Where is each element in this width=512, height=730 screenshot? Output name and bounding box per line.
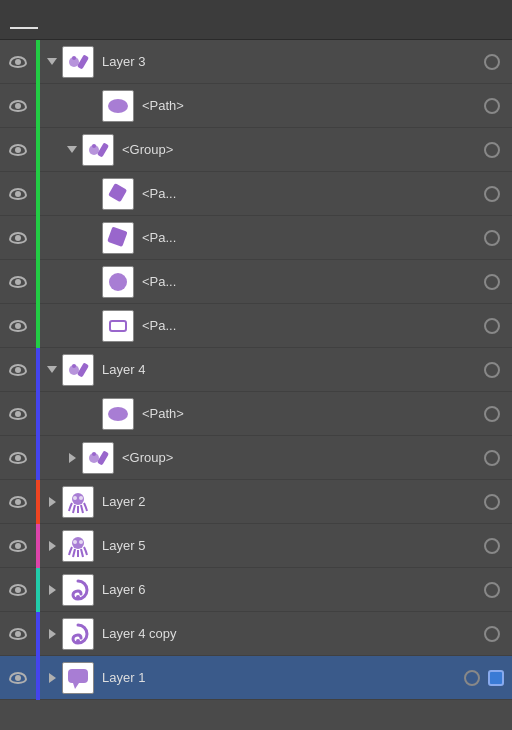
layer-target-circle[interactable] xyxy=(480,494,504,510)
layer-color-bar xyxy=(36,436,40,480)
chevron-icon[interactable] xyxy=(42,366,62,373)
layer-row[interactable]: <Path> xyxy=(0,84,512,128)
layer-row[interactable]: Layer 5 xyxy=(0,524,512,568)
svg-point-25 xyxy=(76,639,80,643)
layer-thumbnail xyxy=(102,178,134,210)
eye-visibility-icon[interactable] xyxy=(0,232,36,244)
tab-asset-export[interactable] xyxy=(38,11,66,29)
layer-selected-indicator xyxy=(488,670,504,686)
eye-visibility-icon[interactable] xyxy=(0,408,36,420)
circle-empty-icon xyxy=(484,274,500,290)
eye-visibility-icon[interactable] xyxy=(0,672,36,684)
layer-row[interactable]: Layer 4 copy xyxy=(0,612,512,656)
layer-row[interactable]: Layer 2 xyxy=(0,480,512,524)
layer-color-bar xyxy=(36,172,40,216)
layer-row[interactable]: Layer 6 xyxy=(0,568,512,612)
eye-visibility-icon[interactable] xyxy=(0,276,36,288)
layer-row[interactable]: Layer 1 xyxy=(0,656,512,700)
layer-target-circle[interactable] xyxy=(480,538,504,554)
layer-thumbnail xyxy=(82,134,114,166)
layer-row[interactable]: Layer 3 xyxy=(0,40,512,84)
layer-color-bar xyxy=(36,612,40,656)
circle-empty-icon xyxy=(484,54,500,70)
eye-visibility-icon[interactable] xyxy=(0,320,36,332)
circle-empty-icon xyxy=(484,362,500,378)
layer-color-bar xyxy=(36,568,40,612)
layer-target-circle[interactable] xyxy=(480,450,504,466)
layer-target-circle[interactable] xyxy=(480,626,504,642)
chevron-icon[interactable] xyxy=(42,58,62,65)
layer-row[interactable]: <Pa... xyxy=(0,260,512,304)
app-container: Layer 3 <Path> <Group> <Pa... <Pa... <Pa… xyxy=(0,0,512,730)
eye-visibility-icon[interactable] xyxy=(0,56,36,68)
layer-color-bar xyxy=(36,40,40,84)
chevron-icon[interactable] xyxy=(42,673,62,683)
svg-point-13 xyxy=(72,364,76,368)
chevron-icon[interactable] xyxy=(42,585,62,595)
svg-point-22 xyxy=(73,540,77,544)
eye-visibility-icon[interactable] xyxy=(0,144,36,156)
layer-row[interactable]: <Group> xyxy=(0,128,512,172)
layer-target-circle[interactable] xyxy=(480,318,504,334)
layer-name-label: <Path> xyxy=(142,406,480,421)
tab-layers[interactable] xyxy=(10,11,38,29)
circle-empty-icon xyxy=(484,186,500,202)
layer-color-bar xyxy=(36,392,40,436)
svg-point-24 xyxy=(76,595,80,599)
svg-point-9 xyxy=(109,273,127,291)
chevron-icon[interactable] xyxy=(62,146,82,153)
svg-rect-7 xyxy=(108,183,127,202)
layer-target-circle[interactable] xyxy=(480,274,504,290)
layer-target-circle[interactable] xyxy=(460,670,484,686)
eye-visibility-icon[interactable] xyxy=(0,540,36,552)
eye-visibility-icon[interactable] xyxy=(0,100,36,112)
circle-empty-icon xyxy=(484,538,500,554)
layer-target-circle[interactable] xyxy=(480,406,504,422)
chevron-icon[interactable] xyxy=(42,629,62,639)
layer-target-circle[interactable] xyxy=(480,362,504,378)
svg-marker-27 xyxy=(73,683,79,689)
circle-empty-icon xyxy=(484,406,500,422)
layer-name-label: <Group> xyxy=(122,142,480,157)
layer-target-circle[interactable] xyxy=(480,186,504,202)
layer-name-label: Layer 1 xyxy=(102,670,460,685)
layer-row[interactable]: Layer 4 xyxy=(0,348,512,392)
layer-color-bar xyxy=(36,216,40,260)
layer-target-circle[interactable] xyxy=(480,54,504,70)
layer-row[interactable]: <Pa... xyxy=(0,216,512,260)
layer-color-bar xyxy=(36,348,40,392)
layer-name-label: <Pa... xyxy=(142,186,480,201)
layer-thumbnail xyxy=(82,442,114,474)
layer-target-circle[interactable] xyxy=(480,142,504,158)
layer-thumbnail xyxy=(62,618,94,650)
eye-visibility-icon[interactable] xyxy=(0,584,36,596)
svg-point-20 xyxy=(79,496,83,500)
eye-visibility-icon[interactable] xyxy=(0,188,36,200)
chevron-icon[interactable] xyxy=(62,453,82,463)
layer-name-label: Layer 3 xyxy=(102,54,480,69)
circle-empty-icon xyxy=(484,98,500,114)
svg-rect-26 xyxy=(68,669,88,683)
layer-row[interactable]: <Group> xyxy=(0,436,512,480)
eye-visibility-icon[interactable] xyxy=(0,496,36,508)
layer-color-bar xyxy=(36,656,40,700)
layer-target-circle[interactable] xyxy=(480,98,504,114)
eye-visibility-icon[interactable] xyxy=(0,628,36,640)
layer-row[interactable]: <Pa... xyxy=(0,304,512,348)
panel-header xyxy=(0,0,512,40)
layer-target-circle[interactable] xyxy=(480,230,504,246)
layer-row[interactable]: <Pa... xyxy=(0,172,512,216)
svg-point-2 xyxy=(72,56,76,60)
layer-row[interactable]: <Path> xyxy=(0,392,512,436)
chevron-icon[interactable] xyxy=(42,497,62,507)
layer-color-bar xyxy=(36,304,40,348)
layer-name-label: <Pa... xyxy=(142,230,480,245)
layer-target-circle[interactable] xyxy=(480,582,504,598)
chevron-icon[interactable] xyxy=(42,541,62,551)
layer-color-bar xyxy=(36,84,40,128)
svg-rect-10 xyxy=(110,321,126,331)
svg-point-14 xyxy=(108,407,128,421)
eye-visibility-icon[interactable] xyxy=(0,452,36,464)
eye-visibility-icon[interactable] xyxy=(0,364,36,376)
layer-thumbnail xyxy=(102,90,134,122)
